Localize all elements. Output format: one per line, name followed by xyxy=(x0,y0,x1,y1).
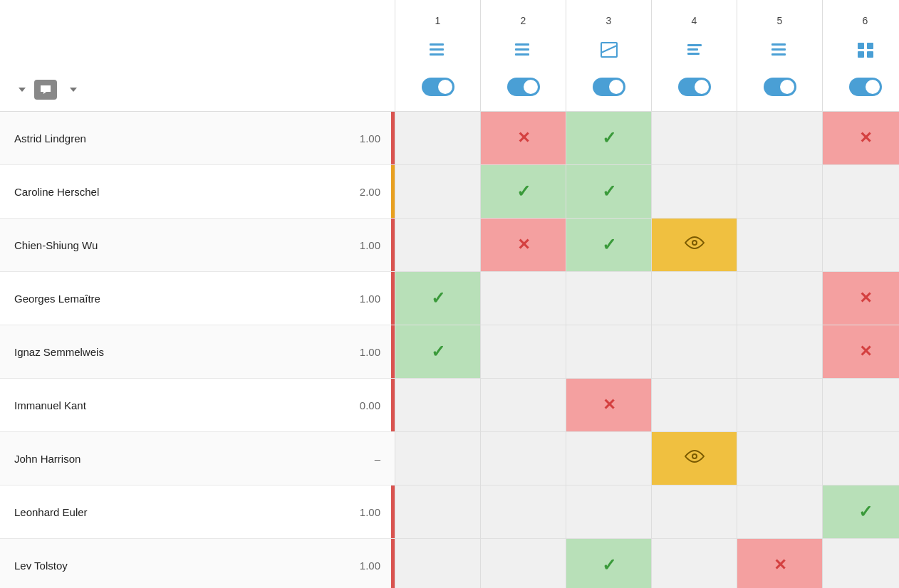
col-header-3: 3 xyxy=(566,0,651,112)
cell-r4-c3[interactable] xyxy=(652,325,737,379)
cell-r8-c4[interactable]: ✕ xyxy=(737,539,822,588)
cell-r8-c5[interactable] xyxy=(823,539,899,588)
cell-r7-c0[interactable] xyxy=(395,485,480,539)
cell-r4-c5[interactable]: ✕ xyxy=(823,325,899,379)
cell-r4-c2[interactable] xyxy=(566,325,651,379)
cell-r2-c5[interactable] xyxy=(823,219,899,272)
cell-r6-c5[interactable] xyxy=(823,432,899,485)
svg-rect-1 xyxy=(430,48,444,51)
cell-r2-c4[interactable] xyxy=(737,219,822,272)
col-number: 5 xyxy=(777,15,783,26)
cell-r6-c3[interactable] xyxy=(652,432,737,485)
cell-r3-c2[interactable] xyxy=(566,272,651,325)
cell-r7-c4[interactable] xyxy=(737,485,822,539)
cell-r5-c1[interactable] xyxy=(481,379,566,432)
cell-r6-c2[interactable] xyxy=(566,432,651,485)
cell-r7-c2[interactable] xyxy=(566,485,651,539)
col-toggle-2[interactable] xyxy=(507,78,540,96)
table-row: Lev Tolstoy1.00 xyxy=(0,539,395,588)
student-name: John Harrison xyxy=(14,453,80,465)
cell-r7-c1[interactable] xyxy=(481,485,566,539)
cell-r0-c3[interactable] xyxy=(652,112,737,165)
cell-r5-c5[interactable] xyxy=(823,379,899,432)
cell-r6-c4[interactable] xyxy=(737,432,822,485)
col-type-icon-grid[interactable] xyxy=(857,42,874,61)
cell-r2-c3[interactable] xyxy=(652,219,737,272)
cell-r5-c2[interactable]: ✕ xyxy=(566,379,651,432)
student-score: 1.00 xyxy=(360,132,380,145)
check-icon: ✓ xyxy=(602,235,616,255)
column-6: 6 ✕✕✕✓ xyxy=(823,0,899,588)
student-name: Leonhard Euler xyxy=(14,506,88,518)
cell-r3-c5[interactable]: ✕ xyxy=(823,272,899,325)
column-4: 4 xyxy=(652,0,737,588)
cell-r1-c4[interactable] xyxy=(737,165,822,219)
cell-r0-c2[interactable]: ✓ xyxy=(566,112,651,165)
cell-r8-c2[interactable]: ✓ xyxy=(566,539,651,588)
col-number: 6 xyxy=(863,15,868,26)
student-score: 1.00 xyxy=(360,239,380,251)
cell-r1-c1[interactable]: ✓ xyxy=(481,165,566,219)
col-number: 2 xyxy=(521,15,526,26)
col-toggle-3[interactable] xyxy=(593,78,625,96)
cell-r2-c2[interactable]: ✓ xyxy=(566,219,651,272)
cell-r7-c5[interactable]: ✓ xyxy=(823,485,899,539)
cell-r5-c3[interactable] xyxy=(652,379,737,432)
cell-r4-c4[interactable] xyxy=(737,325,822,379)
cell-r1-c0[interactable] xyxy=(395,165,480,219)
comment-button[interactable] xyxy=(34,80,57,100)
cell-r5-c4[interactable] xyxy=(737,379,822,432)
col-toggle-5[interactable] xyxy=(764,78,796,96)
cell-r0-c1[interactable]: ✕ xyxy=(481,112,566,165)
cell-r0-c0[interactable] xyxy=(395,112,480,165)
cross-icon: ✕ xyxy=(859,342,872,361)
cross-icon: ✕ xyxy=(603,396,615,414)
cell-r0-c5[interactable]: ✕ xyxy=(823,112,899,165)
table-row: Ignaz Semmelweis1.00 xyxy=(0,325,395,379)
red-indicator-bar xyxy=(391,379,395,431)
cell-r5-c0[interactable] xyxy=(395,379,480,432)
cross-icon: ✕ xyxy=(517,236,530,254)
cell-r2-c1[interactable]: ✕ xyxy=(481,219,566,272)
col-type-icon-list[interactable] xyxy=(430,42,447,61)
cell-r1-c5[interactable] xyxy=(823,165,899,219)
col-type-icon-text[interactable] xyxy=(686,42,703,61)
cell-r1-c3[interactable] xyxy=(652,165,737,219)
col-type-icon-list[interactable] xyxy=(515,42,532,61)
sort-dropdown[interactable] xyxy=(14,88,26,92)
student-name: Immanuel Kant xyxy=(14,399,86,411)
svg-rect-20 xyxy=(858,51,864,58)
chevron-down-icon-pts xyxy=(70,88,77,92)
svg-point-14 xyxy=(693,455,696,458)
cell-r0-c4[interactable] xyxy=(737,112,822,165)
cell-r4-c0[interactable]: ✓ xyxy=(395,325,480,379)
cell-r8-c3[interactable] xyxy=(652,539,737,588)
student-score: 1.00 xyxy=(360,560,380,572)
cell-r8-c0[interactable] xyxy=(395,539,480,588)
red-indicator-bar xyxy=(391,485,395,538)
cell-r7-c3[interactable] xyxy=(652,485,737,539)
col-toggle-1[interactable] xyxy=(422,78,454,96)
svg-rect-18 xyxy=(858,43,864,49)
cell-r3-c4[interactable] xyxy=(737,272,822,325)
col-number: 1 xyxy=(435,15,441,26)
cell-r1-c2[interactable]: ✓ xyxy=(566,165,651,219)
table-row: John Harrison– xyxy=(0,432,395,485)
cell-r2-c0[interactable] xyxy=(395,219,480,272)
cell-r6-c1[interactable] xyxy=(481,432,566,485)
cross-icon: ✕ xyxy=(774,556,786,574)
cell-r8-c1[interactable] xyxy=(481,539,566,588)
col-type-icon-chart[interactable] xyxy=(601,42,618,61)
orange-indicator-bar xyxy=(391,165,395,218)
pts-dropdown[interactable] xyxy=(66,88,77,92)
col-toggle-4[interactable] xyxy=(678,78,711,96)
cell-r3-c0[interactable]: ✓ xyxy=(395,272,480,325)
col-type-icon-list[interactable] xyxy=(771,42,789,61)
col-number: 3 xyxy=(606,15,612,26)
svg-rect-10 xyxy=(687,53,700,55)
col-toggle-6[interactable] xyxy=(849,78,882,96)
cell-r3-c3[interactable] xyxy=(652,272,737,325)
cell-r3-c1[interactable] xyxy=(481,272,566,325)
cell-r6-c0[interactable] xyxy=(395,432,480,485)
cell-r4-c1[interactable] xyxy=(481,325,566,379)
